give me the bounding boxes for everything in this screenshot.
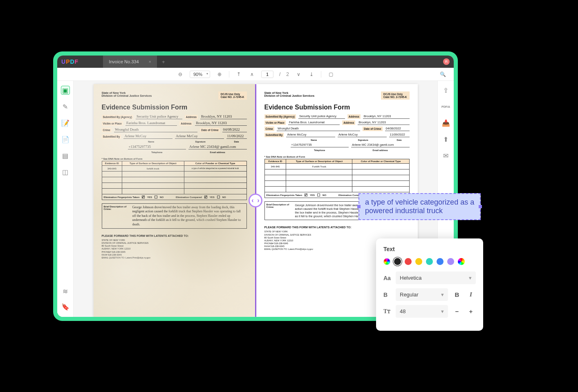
font-size-icon: Tᴛ: [383, 308, 392, 315]
mail-icon[interactable]: ✉: [441, 151, 450, 160]
organize-tool-icon[interactable]: 📄: [61, 135, 70, 144]
ocr-tool-icon[interactable]: ◫: [61, 167, 70, 176]
font-family-icon: Aa: [383, 275, 392, 281]
page-left-scan: State of New YorkDivision of Criminal Ju…: [94, 84, 255, 317]
page-sep: /: [279, 71, 280, 77]
decrease-size-button[interactable]: −: [452, 308, 462, 315]
search-button[interactable]: 🔍: [439, 71, 446, 78]
resize-handle-right[interactable]: [479, 205, 482, 208]
zoom-in-button[interactable]: ⊕: [216, 71, 223, 78]
resize-handle-left[interactable]: [357, 205, 361, 208]
increase-size-button[interactable]: +: [466, 308, 476, 315]
edit-line-2: powered industrial truck: [365, 207, 474, 215]
document-tab[interactable]: Invoice No.334 ×: [103, 56, 157, 68]
swatch-yellow[interactable]: [415, 258, 422, 265]
left-sidebar: ▣ ✎ 📝 📄 ▤ ◫ ≋ 🔖: [57, 81, 74, 317]
comment-tool-icon[interactable]: ✎: [61, 102, 70, 111]
footer-address: STATE OF NEW YORKDIVISION OF CRIMINAL JU…: [102, 239, 247, 259]
top-toolbar: ⊖ 90% ⊕ ⤒ ∧ / 2 ∨ ⤓ ▢ 🔍: [57, 68, 454, 81]
present-button[interactable]: ▢: [327, 71, 334, 78]
font-weight-icon: B: [383, 292, 392, 298]
close-tab-icon[interactable]: ×: [149, 59, 151, 64]
zoom-select[interactable]: 90%: [190, 71, 210, 78]
swatch-red[interactable]: [405, 258, 412, 265]
redact-tool-icon[interactable]: ▤: [61, 151, 70, 160]
swatch-black[interactable]: [394, 258, 401, 265]
color-swatches: [383, 258, 476, 265]
save-icon[interactable]: 📥: [441, 118, 450, 127]
tab-title: Invoice No.334: [109, 59, 139, 64]
font-family-select[interactable]: Helvetica: [396, 272, 476, 284]
bookmark-icon[interactable]: 🔖: [61, 302, 70, 311]
compare-slider-handle[interactable]: ‹›: [249, 194, 262, 207]
edit-tool-icon[interactable]: 📝: [61, 118, 70, 127]
chevron-left-icon: ‹: [251, 197, 253, 204]
last-page-button[interactable]: ⤓: [308, 71, 315, 78]
chevron-right-icon: ›: [257, 197, 259, 204]
form-title: Evidence Submission Form: [102, 104, 247, 111]
edit-line-1: a type of vehicle categorized as a: [365, 198, 474, 207]
text-edit-box[interactable]: a type of vehicle categorized as a power…: [358, 193, 481, 220]
header-state: State of New York: [102, 91, 152, 94]
swatch-purple[interactable]: [447, 258, 454, 265]
layers-icon[interactable]: ≋: [61, 287, 70, 296]
pdfa-icon[interactable]: PDF/A: [441, 102, 450, 111]
share-icon[interactable]: ⬆: [441, 135, 450, 144]
page-total: 2: [286, 71, 289, 77]
popup-title: Text: [383, 246, 476, 252]
next-page-button[interactable]: ∨: [295, 71, 302, 78]
first-page-button[interactable]: ⤒: [235, 71, 242, 78]
header-div: Division of Criminal Justice Services: [102, 94, 152, 97]
font-size-select[interactable]: 48: [396, 305, 448, 318]
bold-button[interactable]: B: [452, 291, 462, 298]
reader-tool-icon[interactable]: ▣: [61, 86, 70, 95]
app-logo: UPDF: [61, 58, 78, 65]
export-icon[interactable]: ⇪: [441, 86, 450, 95]
color-wheel-icon[interactable]: [458, 258, 465, 265]
user-avatar[interactable]: R: [443, 58, 450, 65]
titlebar: UPDF Invoice No.334 × + R: [57, 56, 454, 68]
new-tab-button[interactable]: +: [162, 59, 165, 65]
swatch-blue[interactable]: [437, 258, 444, 265]
page-number-input[interactable]: [261, 71, 273, 78]
italic-button[interactable]: I: [466, 291, 476, 298]
prev-page-button[interactable]: ∧: [248, 71, 255, 78]
swatch-teal[interactable]: [426, 258, 433, 265]
text-properties-popup: Text Aa Helvetica B Regular B I Tᴛ 48 − …: [376, 238, 483, 331]
zoom-out-button[interactable]: ⊖: [177, 71, 184, 78]
font-weight-select[interactable]: Regular: [396, 288, 448, 301]
color-picker-icon[interactable]: [383, 258, 390, 265]
